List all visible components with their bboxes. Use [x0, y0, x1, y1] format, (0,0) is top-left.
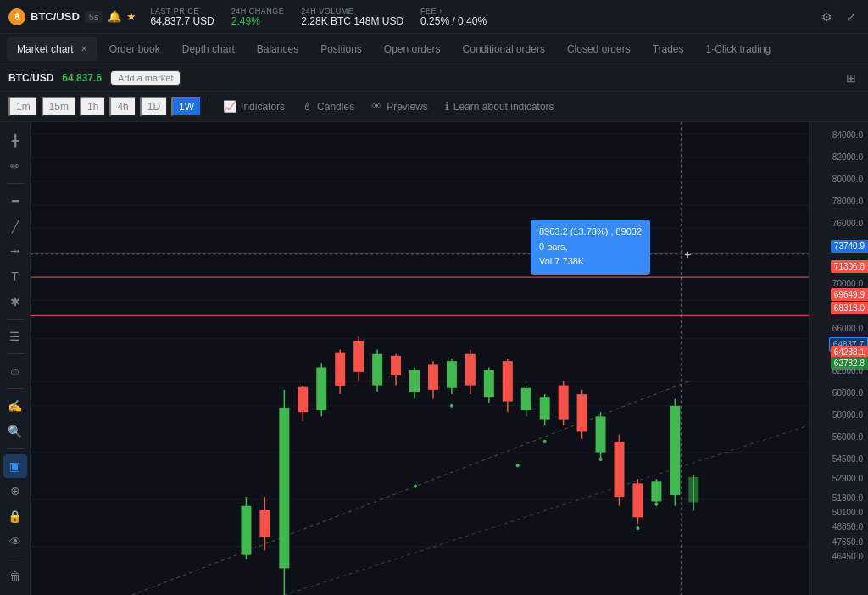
timeframe-badge[interactable]: 5s — [85, 11, 103, 23]
tabs-bar: Market chart ✕ Order book Depth chart Ba… — [0, 34, 868, 64]
change-stat: 24H CHANGE 2.49% — [231, 7, 285, 27]
tf-15m[interactable]: 15m — [42, 97, 76, 117]
tool-sep-2 — [7, 319, 24, 320]
tf-1d[interactable]: 1D — [140, 97, 168, 117]
left-tools: ╋ ✏ ━ ╱ ⤞ T ✱ ☰ ☺ ✍ 🔍 ▣ ⊕ 🔒 👁 🗑 — [0, 122, 31, 595]
svg-rect-57 — [596, 416, 606, 452]
svg-point-73 — [599, 458, 603, 461]
tab-positions-label: Positions — [320, 43, 362, 55]
trend-line-tool[interactable]: ╱ — [3, 214, 27, 238]
fee-value: 0.25% / 0.40% — [420, 15, 487, 27]
tab-market-chart[interactable]: Market chart ✕ — [7, 37, 97, 61]
price-84000: 84000.0 — [832, 131, 868, 140]
tool-sep-6 — [7, 559, 24, 559]
svg-point-74 — [636, 526, 639, 530]
marker-tool[interactable]: ✍ — [3, 394, 27, 418]
price-50100: 50100.0 — [832, 508, 868, 517]
grid-layout-icon[interactable]: ⊞ — [843, 68, 860, 88]
tf-1h[interactable]: 1h — [80, 97, 106, 117]
learn-icon: ℹ — [445, 100, 449, 113]
tab-order-book[interactable]: Order book — [99, 37, 170, 61]
price-76000: 76000.0 — [832, 219, 868, 228]
pair-name[interactable]: BTC/USD — [31, 10, 80, 23]
learn-tool[interactable]: ℹ Learn about indicators — [438, 97, 561, 115]
svg-rect-25 — [298, 387, 308, 412]
top-bar: ₿ BTC/USD 5s 🔔 ★ LAST PRICE 64,837.7 USD… — [0, 0, 868, 34]
magnet-tool[interactable]: ⊕ — [3, 480, 27, 503]
change-label: 24H CHANGE — [231, 7, 285, 15]
tab-open-orders[interactable]: Open orders — [374, 37, 451, 61]
tab-open-orders-label: Open orders — [384, 43, 441, 55]
tab-closed-orders[interactable]: Closed orders — [557, 37, 641, 61]
price-58000: 58000.0 — [832, 410, 868, 420]
svg-rect-21 — [259, 510, 270, 537]
price-48850: 48850.0 — [832, 522, 868, 531]
lock-tool[interactable]: 🔒 — [3, 504, 27, 528]
tool-sep-1 — [7, 183, 24, 184]
svg-rect-53 — [559, 386, 569, 420]
measure-tool[interactable]: ✱ — [3, 290, 27, 314]
change-value: 2.49% — [231, 15, 285, 27]
tf-4h[interactable]: 4h — [109, 97, 136, 117]
text-tool[interactable]: T — [3, 264, 27, 288]
eye-tool[interactable]: 👁 — [3, 530, 27, 553]
tab-close-icon[interactable]: ✕ — [81, 44, 87, 53]
svg-point-75 — [654, 503, 658, 506]
tab-positions[interactable]: Positions — [310, 37, 372, 61]
fee-stat[interactable]: FEE › 0.25% / 0.40% — [420, 7, 487, 27]
zoom-tool[interactable]: 🔍 — [3, 420, 27, 443]
indicators-tool[interactable]: 📈 Indicators — [216, 97, 292, 115]
horizontal-line-tool[interactable]: ━ — [3, 189, 27, 213]
add-market-button[interactable]: Add a market — [110, 70, 181, 86]
svg-rect-31 — [353, 341, 364, 372]
bell-icon[interactable]: 🔔 — [108, 10, 121, 23]
symbol-bar: BTC/USD 64,837.6 Add a market ⊞ — [0, 64, 868, 92]
price-axis: 84000.0 82000.0 80000.0 78000.0 76000.0 … — [809, 122, 868, 595]
previews-tool[interactable]: 👁 Previews — [364, 97, 435, 115]
tab-conditional-orders[interactable]: Conditional orders — [453, 37, 555, 61]
tab-one-click[interactable]: 1-Click trading — [696, 37, 782, 61]
tool-sep-5 — [7, 448, 24, 449]
price-62000: 62000.0 — [832, 366, 868, 375]
tool-sep-3 — [7, 353, 24, 354]
previews-icon: 👁 — [371, 100, 382, 113]
svg-point-72 — [543, 440, 547, 443]
tab-depth-chart[interactable]: Depth chart — [172, 37, 245, 61]
ray-tool[interactable]: ⤞ — [3, 240, 27, 264]
svg-rect-41 — [447, 361, 457, 388]
price-66000: 66000.0 — [832, 324, 868, 333]
svg-rect-33 — [372, 354, 382, 386]
svg-rect-39 — [428, 364, 438, 389]
svg-line-16 — [132, 381, 691, 595]
fullscreen-icon[interactable]: ⤢ — [843, 7, 860, 27]
svg-rect-65 — [670, 406, 680, 495]
pen-tool[interactable]: ✏ — [3, 154, 27, 178]
tf-1m[interactable]: 1m — [8, 97, 38, 117]
chart-area[interactable]: + 8903.2 (13.73%) , 89032 0 bars, Vol 7.… — [31, 122, 809, 595]
tab-closed-orders-label: Closed orders — [567, 43, 631, 55]
cursor-tool[interactable]: ╋ — [3, 129, 27, 153]
toolbar-divider-1 — [209, 98, 209, 115]
settings-icon[interactable]: ⚙ — [818, 7, 836, 27]
svg-rect-61 — [632, 483, 643, 517]
price-level-71306: 71306.8 — [831, 260, 868, 273]
svg-line-17 — [284, 425, 809, 595]
emoji-tool[interactable]: ☺ — [3, 359, 27, 383]
fee-label: FEE › — [420, 7, 487, 15]
svg-rect-45 — [484, 370, 494, 398]
candles-icon: 🕯 — [302, 100, 313, 113]
top-right: ⚙ ⤢ — [818, 7, 860, 27]
volume-stat: 24H VOLUME 2.28K BTC 148M USD — [301, 7, 403, 27]
delete-tool[interactable]: 🗑 — [3, 564, 27, 588]
tab-balances[interactable]: Balances — [247, 37, 309, 61]
star-icon[interactable]: ★ — [126, 10, 136, 23]
svg-point-68 — [282, 562, 286, 565]
svg-rect-23 — [279, 408, 289, 569]
multi-line-tool[interactable]: ☰ — [3, 325, 27, 348]
price-level-69649: 69649.9 — [831, 288, 868, 301]
tab-trades[interactable]: Trades — [643, 37, 694, 61]
candles-tool[interactable]: 🕯 Candles — [295, 97, 361, 115]
active-tool[interactable]: ▣ — [3, 454, 27, 478]
tf-1w[interactable]: 1W — [171, 97, 202, 117]
svg-text:+: + — [684, 247, 691, 261]
